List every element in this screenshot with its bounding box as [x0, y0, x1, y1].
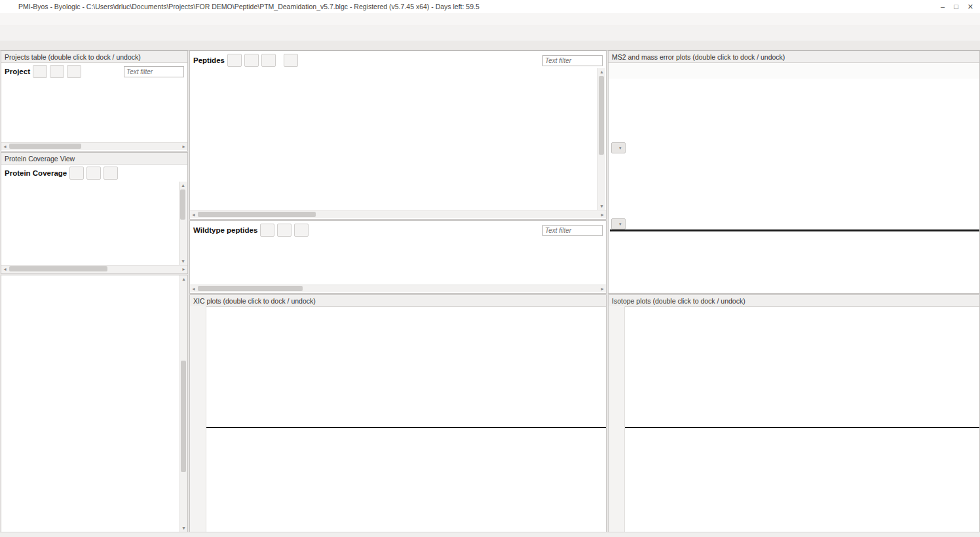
xic-plots-panel: XIC plots (double click to dock / undock… [189, 294, 607, 532]
isotope-plots-panel: Isotope plots (double click to dock / un… [608, 294, 980, 532]
sort-descending-button[interactable] [227, 54, 242, 67]
coverage-report-button[interactable] [69, 167, 84, 180]
coverage-table [4, 182, 178, 265]
sort-ascending-button[interactable] [50, 65, 64, 78]
sequence-coverage-view[interactable]: ▴▾ [1, 275, 188, 532]
projects-panel-header[interactable]: Projects table (double click to dock / u… [1, 51, 187, 63]
app-logo-icon [4, 0, 18, 13]
xic-panel-title: XIC plots (double click to dock / undock… [193, 297, 316, 305]
ms2-toolbar [609, 63, 979, 79]
wildtype-table [191, 238, 597, 284]
mass-error-plot-2[interactable] [610, 262, 979, 293]
close-button[interactable]: ✕ [968, 3, 973, 11]
isotope-panel-header[interactable]: Isotope plots (double click to dock / un… [609, 295, 979, 307]
sort-descending-button[interactable] [33, 65, 47, 78]
peptides-table [191, 68, 597, 210]
isotope-plot-839[interactable] [625, 428, 979, 532]
peptides-hscrollbar[interactable]: ◂▸ [190, 210, 606, 218]
wildtype-filter-input[interactable] [542, 225, 603, 236]
projects-panel: Projects table (double click to dock / u… [1, 50, 188, 151]
sort-ascending-button[interactable] [244, 54, 259, 67]
coverage-settings-button[interactable] [86, 167, 101, 180]
coverage-layout-button[interactable] [104, 167, 118, 180]
add-to-report-button[interactable] [67, 65, 81, 78]
ms2-panel: MS2 and mass error plots (double click t… [608, 50, 980, 294]
isotope-plot-830[interactable] [625, 306, 979, 427]
coverage-title: Protein Coverage [5, 169, 67, 177]
projects-title: Project [5, 68, 30, 75]
projects-filter-input[interactable] [124, 66, 184, 77]
projects-hscrollbar[interactable]: ◂▸ [1, 142, 187, 150]
menu-bar [0, 13, 980, 26]
ms2-panel-title: MS2 and mass error plots (double click t… [612, 53, 785, 61]
advanced-search-button[interactable] [284, 54, 298, 67]
sequence-vscrollbar[interactable]: ▴▾ [179, 275, 187, 532]
wildtype-peptides-panel: Wildtype peptides ◂▸ [189, 220, 607, 294]
isotope-panel-title: Isotope plots (double click to dock / un… [612, 297, 745, 305]
peptides-panel: Peptides ▴▾ ◂▸ [189, 50, 607, 220]
wildtype-title: Wildtype peptides [193, 226, 257, 234]
sort-descending-button[interactable] [260, 224, 274, 237]
coverage-panel-title: Protein Coverage View [5, 155, 75, 163]
coverage-panel-header[interactable]: Protein Coverage View [1, 153, 187, 165]
ms2-panel-header[interactable]: MS2 and mass error plots (double click t… [609, 51, 979, 63]
peptides-vscrollbar[interactable]: ▴▾ [597, 68, 605, 210]
scan-select-dropdown[interactable]: ▾ [611, 218, 626, 229]
xic-plot-modified[interactable] [206, 306, 606, 427]
xic-panel-header[interactable]: XIC plots (double click to dock / undock… [190, 295, 606, 307]
peptides-title: Peptides [193, 56, 225, 64]
main-toolbar [0, 26, 980, 41]
scan-select-dropdown[interactable]: ▾ [611, 142, 626, 153]
maximize-button[interactable]: □ [954, 3, 958, 11]
peptides-filter-input[interactable] [542, 55, 603, 66]
xic-plot-wildtype[interactable] [206, 428, 606, 532]
protein-coverage-panel: Protein Coverage View Protein Coverage ▴… [1, 152, 188, 274]
sort-ascending-button[interactable] [277, 224, 292, 237]
coverage-vscrollbar[interactable]: ▴▾ [179, 182, 187, 265]
minimize-button[interactable]: – [941, 3, 945, 11]
projects-tree [4, 78, 185, 142]
isotope-toolbar [609, 306, 625, 532]
mass-error-plot-1[interactable] [610, 231, 979, 262]
ms2-spectrum-scan-10233[interactable] [610, 78, 979, 141]
application-window: PMI-Byos - Byologic - C:\Users\drluc\Doc… [0, 0, 980, 537]
wildtype-hscrollbar[interactable]: ◂▸ [190, 285, 606, 292]
window-title: PMI-Byos - Byologic - C:\Users\drluc\Doc… [18, 3, 941, 10]
ms2-spectrum-scan-9574[interactable] [610, 154, 979, 217]
title-bar: PMI-Byos - Byologic - C:\Users\drluc\Doc… [0, 0, 980, 13]
xic-toolbar [190, 306, 206, 532]
tab-bar [0, 41, 980, 50]
add-to-report-button[interactable] [294, 224, 309, 237]
add-to-report-button[interactable] [261, 54, 276, 67]
status-strip [0, 532, 980, 537]
coverage-hscrollbar[interactable]: ◂▸ [1, 265, 187, 273]
projects-panel-title: Projects table (double click to dock / u… [5, 53, 141, 61]
